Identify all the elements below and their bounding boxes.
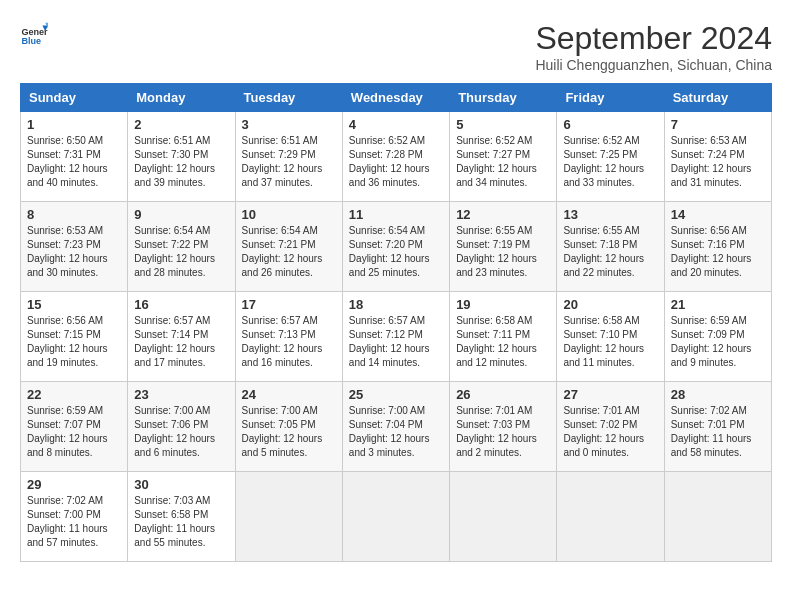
day-number: 22 (27, 387, 121, 402)
table-row (342, 472, 449, 562)
cell-details: Sunrise: 6:57 AMSunset: 7:14 PMDaylight:… (134, 314, 228, 370)
table-row: 24Sunrise: 7:00 AMSunset: 7:05 PMDayligh… (235, 382, 342, 472)
cell-details: Sunrise: 7:02 AMSunset: 7:01 PMDaylight:… (671, 404, 765, 460)
col-sunday: Sunday (21, 84, 128, 112)
table-row: 26Sunrise: 7:01 AMSunset: 7:03 PMDayligh… (450, 382, 557, 472)
cell-details: Sunrise: 7:03 AMSunset: 6:58 PMDaylight:… (134, 494, 228, 550)
cell-details: Sunrise: 6:55 AMSunset: 7:19 PMDaylight:… (456, 224, 550, 280)
day-number: 8 (27, 207, 121, 222)
cell-details: Sunrise: 6:50 AMSunset: 7:31 PMDaylight:… (27, 134, 121, 190)
day-number: 6 (563, 117, 657, 132)
table-row: 21Sunrise: 6:59 AMSunset: 7:09 PMDayligh… (664, 292, 771, 382)
day-number: 30 (134, 477, 228, 492)
table-row: 7Sunrise: 6:53 AMSunset: 7:24 PMDaylight… (664, 112, 771, 202)
cell-details: Sunrise: 6:54 AMSunset: 7:20 PMDaylight:… (349, 224, 443, 280)
table-row: 12Sunrise: 6:55 AMSunset: 7:19 PMDayligh… (450, 202, 557, 292)
day-number: 5 (456, 117, 550, 132)
table-row: 15Sunrise: 6:56 AMSunset: 7:15 PMDayligh… (21, 292, 128, 382)
table-row: 17Sunrise: 6:57 AMSunset: 7:13 PMDayligh… (235, 292, 342, 382)
day-number: 13 (563, 207, 657, 222)
day-number: 18 (349, 297, 443, 312)
table-row: 13Sunrise: 6:55 AMSunset: 7:18 PMDayligh… (557, 202, 664, 292)
table-row: 22Sunrise: 6:59 AMSunset: 7:07 PMDayligh… (21, 382, 128, 472)
day-number: 10 (242, 207, 336, 222)
table-row: 30Sunrise: 7:03 AMSunset: 6:58 PMDayligh… (128, 472, 235, 562)
title-block: September 2024 Huili Chengguanzhen, Sich… (535, 20, 772, 73)
cell-details: Sunrise: 6:59 AMSunset: 7:09 PMDaylight:… (671, 314, 765, 370)
table-row: 18Sunrise: 6:57 AMSunset: 7:12 PMDayligh… (342, 292, 449, 382)
col-friday: Friday (557, 84, 664, 112)
day-number: 21 (671, 297, 765, 312)
day-number: 27 (563, 387, 657, 402)
cell-details: Sunrise: 6:54 AMSunset: 7:22 PMDaylight:… (134, 224, 228, 280)
day-number: 25 (349, 387, 443, 402)
day-number: 7 (671, 117, 765, 132)
table-row: 16Sunrise: 6:57 AMSunset: 7:14 PMDayligh… (128, 292, 235, 382)
cell-details: Sunrise: 7:01 AMSunset: 7:02 PMDaylight:… (563, 404, 657, 460)
cell-details: Sunrise: 6:57 AMSunset: 7:12 PMDaylight:… (349, 314, 443, 370)
cell-details: Sunrise: 6:57 AMSunset: 7:13 PMDaylight:… (242, 314, 336, 370)
col-monday: Monday (128, 84, 235, 112)
col-thursday: Thursday (450, 84, 557, 112)
cell-details: Sunrise: 7:02 AMSunset: 7:00 PMDaylight:… (27, 494, 121, 550)
day-number: 15 (27, 297, 121, 312)
day-number: 20 (563, 297, 657, 312)
day-number: 12 (456, 207, 550, 222)
cell-details: Sunrise: 6:58 AMSunset: 7:10 PMDaylight:… (563, 314, 657, 370)
table-row: 9Sunrise: 6:54 AMSunset: 7:22 PMDaylight… (128, 202, 235, 292)
table-row (450, 472, 557, 562)
table-row: 14Sunrise: 6:56 AMSunset: 7:16 PMDayligh… (664, 202, 771, 292)
table-row: 27Sunrise: 7:01 AMSunset: 7:02 PMDayligh… (557, 382, 664, 472)
day-number: 3 (242, 117, 336, 132)
day-number: 14 (671, 207, 765, 222)
cell-details: Sunrise: 6:51 AMSunset: 7:29 PMDaylight:… (242, 134, 336, 190)
svg-text:Blue: Blue (21, 36, 41, 46)
cell-details: Sunrise: 6:56 AMSunset: 7:15 PMDaylight:… (27, 314, 121, 370)
table-row (235, 472, 342, 562)
day-number: 26 (456, 387, 550, 402)
table-row: 11Sunrise: 6:54 AMSunset: 7:20 PMDayligh… (342, 202, 449, 292)
table-row: 19Sunrise: 6:58 AMSunset: 7:11 PMDayligh… (450, 292, 557, 382)
logo-icon: General Blue (20, 20, 48, 48)
cell-details: Sunrise: 6:59 AMSunset: 7:07 PMDaylight:… (27, 404, 121, 460)
calendar-week-row: 8Sunrise: 6:53 AMSunset: 7:23 PMDaylight… (21, 202, 772, 292)
day-number: 24 (242, 387, 336, 402)
table-row: 23Sunrise: 7:00 AMSunset: 7:06 PMDayligh… (128, 382, 235, 472)
cell-details: Sunrise: 6:53 AMSunset: 7:24 PMDaylight:… (671, 134, 765, 190)
location: Huili Chengguanzhen, Sichuan, China (535, 57, 772, 73)
table-row: 4Sunrise: 6:52 AMSunset: 7:28 PMDaylight… (342, 112, 449, 202)
day-number: 9 (134, 207, 228, 222)
table-row: 5Sunrise: 6:52 AMSunset: 7:27 PMDaylight… (450, 112, 557, 202)
calendar-table: Sunday Monday Tuesday Wednesday Thursday… (20, 83, 772, 562)
calendar-week-row: 1Sunrise: 6:50 AMSunset: 7:31 PMDaylight… (21, 112, 772, 202)
day-number: 28 (671, 387, 765, 402)
col-saturday: Saturday (664, 84, 771, 112)
table-row: 28Sunrise: 7:02 AMSunset: 7:01 PMDayligh… (664, 382, 771, 472)
day-number: 1 (27, 117, 121, 132)
cell-details: Sunrise: 6:53 AMSunset: 7:23 PMDaylight:… (27, 224, 121, 280)
cell-details: Sunrise: 6:54 AMSunset: 7:21 PMDaylight:… (242, 224, 336, 280)
cell-details: Sunrise: 6:52 AMSunset: 7:25 PMDaylight:… (563, 134, 657, 190)
calendar-week-row: 29Sunrise: 7:02 AMSunset: 7:00 PMDayligh… (21, 472, 772, 562)
table-row: 8Sunrise: 6:53 AMSunset: 7:23 PMDaylight… (21, 202, 128, 292)
month-title: September 2024 (535, 20, 772, 57)
table-row (664, 472, 771, 562)
day-number: 29 (27, 477, 121, 492)
table-row: 6Sunrise: 6:52 AMSunset: 7:25 PMDaylight… (557, 112, 664, 202)
table-row: 20Sunrise: 6:58 AMSunset: 7:10 PMDayligh… (557, 292, 664, 382)
cell-details: Sunrise: 6:51 AMSunset: 7:30 PMDaylight:… (134, 134, 228, 190)
cell-details: Sunrise: 7:00 AMSunset: 7:06 PMDaylight:… (134, 404, 228, 460)
day-number: 4 (349, 117, 443, 132)
cell-details: Sunrise: 6:52 AMSunset: 7:27 PMDaylight:… (456, 134, 550, 190)
cell-details: Sunrise: 6:52 AMSunset: 7:28 PMDaylight:… (349, 134, 443, 190)
cell-details: Sunrise: 7:01 AMSunset: 7:03 PMDaylight:… (456, 404, 550, 460)
cell-details: Sunrise: 6:58 AMSunset: 7:11 PMDaylight:… (456, 314, 550, 370)
table-row: 25Sunrise: 7:00 AMSunset: 7:04 PMDayligh… (342, 382, 449, 472)
day-number: 11 (349, 207, 443, 222)
cell-details: Sunrise: 6:55 AMSunset: 7:18 PMDaylight:… (563, 224, 657, 280)
table-row (557, 472, 664, 562)
day-number: 23 (134, 387, 228, 402)
calendar-week-row: 22Sunrise: 6:59 AMSunset: 7:07 PMDayligh… (21, 382, 772, 472)
day-number: 2 (134, 117, 228, 132)
day-number: 17 (242, 297, 336, 312)
